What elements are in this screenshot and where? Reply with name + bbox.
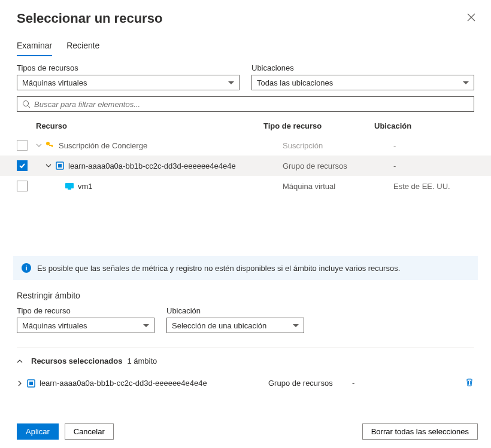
resource-group-icon: [26, 379, 36, 388]
close-icon[interactable]: [465, 11, 478, 26]
info-banner: i Es posible que las señales de métrica …: [13, 256, 478, 280]
restrict-resource-type-dropdown[interactable]: Máquinas virtuales: [17, 318, 154, 333]
row-checkbox[interactable]: [17, 181, 28, 191]
selected-item-type: Grupo de recursos: [268, 379, 352, 388]
table-row[interactable]: vm1Máquina virtualEste de EE. UU.: [0, 176, 491, 196]
row-resource-name: learn-aaaa0a0a-bb1b-cc2c-dd3d-eeeeee4e4e…: [68, 161, 236, 170]
tab-recent[interactable]: Reciente: [66, 36, 99, 56]
resource-types-label: Tipos de recursos: [17, 63, 240, 72]
table-row[interactable]: Suscripción de ConciergeSuscripción-: [0, 135, 491, 156]
search-input-container[interactable]: [17, 96, 474, 112]
locations-label: Ubicaciones: [251, 63, 474, 72]
restrict-scope-title: Restringir ámbito: [17, 291, 474, 300]
expand-row-icon[interactable]: [46, 163, 53, 169]
restrict-resource-type-label: Tipo de recurso: [17, 306, 154, 315]
column-header-location: Ubicación: [374, 121, 474, 130]
restrict-resource-type-value: Máquinas virtuales: [22, 321, 87, 330]
row-checkbox[interactable]: [17, 160, 28, 171]
row-resource-name: vm1: [78, 182, 93, 191]
row-resource-location: -: [393, 141, 474, 150]
restrict-location-label: Ubicación: [166, 306, 304, 315]
apply-button[interactable]: Aplicar: [17, 423, 59, 440]
svg-line-1: [28, 106, 31, 108]
clear-all-button[interactable]: Borrar todas las selecciones: [362, 423, 478, 440]
selected-item-name: learn-aaaa0a0a-bb1b-cc2c-dd3d-eeeeee4e4e…: [40, 379, 207, 388]
collapse-selected-icon[interactable]: [17, 358, 24, 364]
table-row[interactable]: learn-aaaa0a0a-bb1b-cc2c-dd3d-eeeeee4e4e…: [0, 156, 491, 176]
rg-icon: [55, 161, 65, 170]
tab-browse[interactable]: Examinar: [17, 36, 52, 56]
selected-item-location: -: [352, 379, 465, 388]
search-input[interactable]: [34, 100, 469, 109]
svg-rect-8: [68, 188, 71, 190]
chevron-down-icon: [463, 81, 469, 84]
svg-rect-10: [29, 382, 33, 385]
delete-icon[interactable]: [465, 377, 474, 389]
chevron-down-icon: [293, 324, 299, 327]
row-resource-location: -: [393, 161, 474, 170]
chevron-down-icon: [228, 81, 234, 84]
key-icon: [46, 141, 55, 150]
resource-types-value: Máquinas virtuales: [22, 78, 87, 87]
svg-rect-7: [65, 183, 74, 188]
row-resource-type: Suscripción: [283, 141, 393, 150]
column-header-type: Tipo de recurso: [263, 121, 374, 130]
locations-dropdown[interactable]: Todas las ubicaciones: [251, 75, 474, 90]
svg-point-0: [23, 101, 29, 106]
vm-icon: [65, 181, 74, 191]
selected-resources-heading: Recursos seleccionados: [31, 356, 122, 365]
info-icon: i: [22, 263, 31, 273]
svg-rect-4: [51, 145, 53, 147]
svg-rect-6: [58, 164, 62, 167]
search-icon: [22, 100, 31, 108]
row-resource-name: Suscripción de Concierge: [59, 141, 147, 150]
chevron-down-icon: [143, 324, 149, 327]
column-header-resource: Recurso: [36, 121, 263, 130]
restrict-location-value: Selección de una ubicación: [172, 321, 266, 330]
resource-types-dropdown[interactable]: Máquinas virtuales: [17, 75, 240, 90]
row-resource-type: Grupo de recursos: [283, 161, 393, 170]
restrict-location-dropdown[interactable]: Selección de una ubicación: [166, 318, 304, 333]
locations-value: Todas las ubicaciones: [257, 78, 333, 87]
row-checkbox[interactable]: [17, 140, 28, 151]
dialog-title: Seleccionar un recurso: [17, 11, 162, 26]
info-banner-text: Es posible que las señales de métrica y …: [37, 264, 400, 273]
expand-selected-item-icon[interactable]: [17, 380, 24, 386]
row-resource-type: Máquina virtual: [283, 182, 393, 191]
row-resource-location: Este de EE. UU.: [393, 182, 474, 191]
expand-row-icon[interactable]: [36, 142, 43, 148]
selected-count: 1 ámbito: [127, 356, 157, 365]
cancel-button[interactable]: Cancelar: [65, 423, 114, 440]
